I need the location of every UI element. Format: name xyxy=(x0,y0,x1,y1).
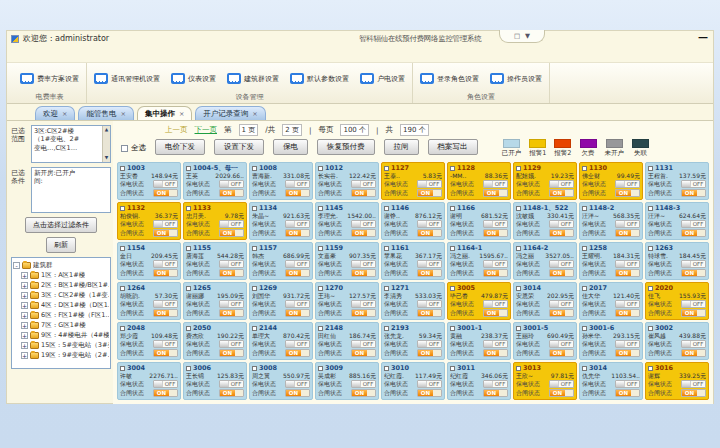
power-keep-toggle[interactable]: OFF xyxy=(351,340,376,348)
room-checkbox[interactable] xyxy=(582,326,587,331)
room-checkbox[interactable] xyxy=(120,326,125,331)
room-checkbox[interactable] xyxy=(384,206,389,211)
power-keep-toggle[interactable]: OFF xyxy=(285,380,310,388)
switch-toggle[interactable]: ON xyxy=(483,389,508,397)
power-keep-toggle[interactable]: OFF xyxy=(549,340,574,348)
tree-expand-icon[interactable]: + xyxy=(21,342,28,349)
choose-filter-button[interactable]: 点击选择过滤条件 xyxy=(25,217,97,233)
room-checkbox[interactable] xyxy=(648,366,653,371)
switch-toggle[interactable]: ON xyxy=(219,309,244,317)
power-keep-toggle[interactable]: OFF xyxy=(615,340,640,348)
room-card[interactable]: 3013 王欣~ 97.81元 保电状态 OFF xyxy=(513,362,577,400)
power-keep-toggle[interactable]: OFF xyxy=(615,300,640,308)
power-keep-toggle[interactable]: OFF xyxy=(549,380,574,388)
tree-node[interactable]: + 7区：G区1#楼 xyxy=(13,321,109,330)
switch-toggle[interactable]: ON xyxy=(417,229,442,237)
window-control-pill[interactable]: □ ▼ xyxy=(499,30,545,43)
room-checkbox[interactable] xyxy=(516,246,521,251)
switch-toggle[interactable]: ON xyxy=(219,389,244,397)
power-keep-toggle[interactable]: OFF xyxy=(285,260,310,268)
switch-toggle[interactable]: ON xyxy=(615,269,640,277)
power-keep-toggle[interactable]: OFF xyxy=(219,380,244,388)
switch-toggle[interactable]: ON xyxy=(417,309,442,317)
room-card[interactable]: 3001-5 王丽玲 690.49元 保电状态 OFF xyxy=(513,322,577,360)
switch-toggle[interactable]: ON xyxy=(615,229,640,237)
switch-toggle[interactable]: ON xyxy=(483,349,508,357)
room-card[interactable]: 1157 韩杰 686.99元 保电状态 OFF xyxy=(249,242,313,280)
switch-toggle[interactable]: ON xyxy=(153,309,178,317)
room-checkbox[interactable] xyxy=(252,366,257,371)
room-card[interactable]: 1270 王玮~ 127.57元 保电状态 OFF xyxy=(315,282,379,320)
power-keep-toggle[interactable]: OFF xyxy=(615,180,640,188)
switch-toggle[interactable]: ON xyxy=(681,269,706,277)
switch-toggle[interactable]: ON xyxy=(285,309,310,317)
room-card[interactable]: 1159 文嘉豪 907.35元 保电状态 OFF xyxy=(315,242,379,280)
tree-root[interactable]: - 建筑群 xyxy=(13,261,109,270)
room-checkbox[interactable] xyxy=(648,246,653,251)
switch-toggle[interactable]: ON xyxy=(549,229,574,237)
ribbon-button[interactable]: 默认参数设置 xyxy=(290,73,349,84)
switch-toggle[interactable]: ON xyxy=(549,349,574,357)
room-card[interactable]: 3004 许敏 2276.71.. 保电状态 OFF xyxy=(117,362,181,400)
power-keep-toggle[interactable]: OFF xyxy=(153,180,178,188)
tree-node[interactable]: + 19区：9#变电站（2#… xyxy=(13,351,109,360)
tree-node[interactable]: + 3区：C区2#楼（1#变… xyxy=(13,291,109,300)
power-keep-toggle[interactable]: OFF xyxy=(549,300,574,308)
room-card[interactable]: 2017 佳大华 121.40元 保电状态 OFF xyxy=(579,282,643,320)
room-card[interactable]: 1264 胡晓韵. 57.30元 保电状态 OFF xyxy=(117,282,181,320)
switch-toggle[interactable]: ON xyxy=(219,189,244,197)
power-keep-toggle[interactable]: OFF xyxy=(681,220,706,228)
switch-toggle[interactable]: ON xyxy=(351,349,376,357)
room-card[interactable]: 2148 田红仙 186.74元 保电状态 OFF xyxy=(315,322,379,360)
room-card[interactable]: 1132 柏俊铜. 36.37元 保电状态 OFF xyxy=(117,202,181,240)
scope-listbox[interactable]: 3区:C区2#楼（1#变电、2#变电…,C区1… ▲ ▼ xyxy=(31,125,111,163)
power-keep-toggle[interactable]: OFF xyxy=(351,380,376,388)
switch-toggle[interactable]: ON xyxy=(483,269,508,277)
room-card[interactable]: 1148-3 汪洋~ 624.64元 保电状态 OFF xyxy=(645,202,709,240)
power-keep-toggle[interactable]: OFF xyxy=(483,340,508,348)
switch-toggle[interactable]: ON xyxy=(549,269,574,277)
room-checkbox[interactable] xyxy=(252,166,257,171)
switch-toggle[interactable]: ON xyxy=(219,349,244,357)
action-button[interactable]: 档案写出 xyxy=(428,139,478,155)
switch-toggle[interactable]: ON xyxy=(483,189,508,197)
room-checkbox[interactable] xyxy=(450,326,455,331)
room-checkbox[interactable] xyxy=(120,246,125,251)
room-card[interactable]: 1269 刘国华 931.72元 保电状态 OFF xyxy=(249,282,313,320)
switch-toggle[interactable]: ON xyxy=(417,389,442,397)
switch-toggle[interactable]: ON xyxy=(153,349,178,357)
power-keep-toggle[interactable]: OFF xyxy=(153,300,178,308)
room-checkbox[interactable] xyxy=(186,166,191,171)
power-keep-toggle[interactable]: OFF xyxy=(219,340,244,348)
room-card[interactable]: 1161 苹果花 367.17元 保电状态 OFF xyxy=(381,242,445,280)
switch-toggle[interactable]: ON xyxy=(681,309,706,317)
room-card[interactable]: 1133 忠月美. 9.78元 保电状态 OFF xyxy=(183,202,247,240)
room-checkbox[interactable] xyxy=(384,366,389,371)
room-checkbox[interactable] xyxy=(186,246,191,251)
room-checkbox[interactable] xyxy=(252,326,257,331)
room-checkbox[interactable] xyxy=(516,366,521,371)
switch-toggle[interactable]: ON xyxy=(351,229,376,237)
switch-toggle[interactable]: ON xyxy=(615,309,640,317)
switch-toggle[interactable]: ON xyxy=(417,189,442,197)
power-keep-toggle[interactable]: OFF xyxy=(549,260,574,268)
power-keep-toggle[interactable]: OFF xyxy=(153,260,178,268)
room-card[interactable]: 2050 费杰欣 190.22元 保电状态 OFF xyxy=(183,322,247,360)
tab-close-icon[interactable]: × xyxy=(179,110,184,118)
switch-toggle[interactable]: ON xyxy=(219,229,244,237)
room-card[interactable]: 1146 谢铮.. 876.12元 保电状态 OFF xyxy=(381,202,445,240)
tree-expand-icon[interactable]: + xyxy=(21,302,28,309)
room-checkbox[interactable] xyxy=(318,326,323,331)
power-keep-toggle[interactable]: OFF xyxy=(417,260,442,268)
room-checkbox[interactable] xyxy=(516,286,521,291)
tab-close-icon[interactable]: × xyxy=(252,110,257,118)
tree-node[interactable]: + 9区：4#楼电井（4#楼… xyxy=(13,331,109,340)
switch-toggle[interactable]: ON xyxy=(351,269,376,277)
tab-close-icon[interactable]: × xyxy=(62,110,67,118)
tree-expand-icon[interactable]: + xyxy=(21,352,28,359)
room-card[interactable]: 3011 纪红霞 346.06元 保电状态 OFF xyxy=(447,362,511,400)
room-card[interactable]: 1271 李清秀 533.03元 保电状态 OFF xyxy=(381,282,445,320)
room-checkbox[interactable] xyxy=(648,206,653,211)
switch-toggle[interactable]: ON xyxy=(417,349,442,357)
power-keep-toggle[interactable]: OFF xyxy=(417,380,442,388)
